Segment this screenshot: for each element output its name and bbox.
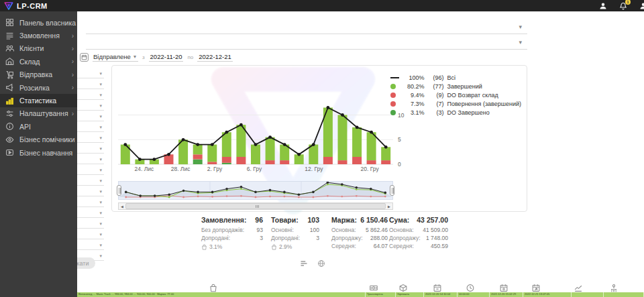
- table-row[interactable]: Велосипед … Mavic Track … 984.00, 984.00…: [77, 292, 644, 297]
- table-cell[interactable]: [572, 292, 604, 297]
- legend-percent: 7.3%: [402, 101, 427, 107]
- chevron-down-icon: ▾: [99, 168, 102, 173]
- globe-toggle-icon[interactable]: [317, 259, 325, 268]
- sidebar-item-helpers[interactable]: Бізнес помічники: [0, 133, 77, 146]
- stat-title: Замовлення:: [201, 216, 246, 224]
- sidebar-item-statistics[interactable]: Статистика: [0, 94, 77, 107]
- chevron-down-icon: ▾: [99, 135, 102, 141]
- filter-select-5[interactable]: ▾: [77, 113, 104, 121]
- sidebar-item-warehouse[interactable]: Склад›: [0, 55, 77, 68]
- sidebar-item-api[interactable]: API: [0, 120, 77, 133]
- money-icon[interactable]: [370, 284, 378, 292]
- table-cell[interactable]: Транспортна: [366, 292, 396, 297]
- table-cell[interactable]: Велосипед … Mavic Track … 984.00, 984.00…: [77, 292, 366, 297]
- calendar-icon[interactable]: [80, 53, 89, 62]
- stat-row-label: Середня:: [331, 243, 356, 251]
- navigator-right-handle[interactable]: [390, 185, 394, 196]
- calendar-check-icon[interactable]: [500, 284, 508, 292]
- status-chart[interactable]: [118, 68, 393, 170]
- filter-select-3[interactable]: ▾: [77, 91, 104, 100]
- filter-select-11[interactable]: ▾: [77, 177, 104, 186]
- legend-item[interactable]: 80.2%(77)Завершений: [390, 82, 521, 91]
- stat-row-label: Допродажу:: [331, 235, 363, 243]
- legend-label: Всі: [447, 74, 521, 81]
- table-cell[interactable]: [604, 292, 644, 297]
- sidebar-item-clients[interactable]: Клієнти›: [0, 42, 77, 55]
- table-cell[interactable]: 2022-12-21 13:07:05: [523, 292, 572, 297]
- topbar: LP-CRM 1: [0, 0, 644, 11]
- table-cell[interactable]: 2022-12-20 14:10:04: [424, 292, 458, 297]
- calendar-icon[interactable]: [433, 284, 442, 292]
- legend-item[interactable]: 3.1%(3)DO Завершено: [390, 108, 521, 117]
- settings-icon: [5, 109, 14, 118]
- package-icon[interactable]: [399, 284, 408, 292]
- chevron-down-icon: ▾: [99, 71, 102, 76]
- profile-icon[interactable]: [639, 2, 644, 10]
- chevron-right-icon: ›: [72, 58, 74, 65]
- training-icon: [5, 148, 14, 157]
- chart-rows-toggle-icon[interactable]: [300, 259, 308, 268]
- chart-navigator[interactable]: [118, 181, 393, 200]
- scroll-right-icon[interactable]: ▶: [386, 204, 392, 209]
- chevron-down-icon: ▾: [99, 146, 102, 152]
- notification-badge: 1: [625, 0, 631, 5]
- filter-select-9[interactable]: ▾: [77, 156, 104, 164]
- filter-select-8[interactable]: ▾: [77, 145, 104, 154]
- sidebar-item-shipping[interactable]: Відправка›: [0, 68, 77, 81]
- report-select-1[interactable]: ▾: [86, 21, 527, 34]
- filter-select-16[interactable]: ▾: [77, 231, 104, 239]
- scrollbar-thumb[interactable]: [125, 203, 386, 209]
- filter-select-12[interactable]: ▾: [77, 188, 104, 196]
- y-axis-tick: 0: [398, 161, 410, 168]
- legend-percent: 100%: [402, 74, 427, 81]
- filter-select-7[interactable]: ▾: [77, 134, 104, 143]
- sidebar: Панель власникаЗамовлення›Клієнти›Склад›…: [0, 11, 77, 297]
- stat-row-value: 41 509.00: [423, 227, 448, 235]
- upsell-percent: 3.1%: [209, 243, 222, 250]
- report-select-2[interactable]: ▾: [86, 36, 527, 50]
- user-icon[interactable]: [599, 2, 607, 10]
- chevron-down-icon: ▾: [99, 125, 102, 130]
- sidebar-item-orders[interactable]: Замовлення›: [0, 29, 77, 42]
- date-from-input[interactable]: 2022-11-20: [149, 53, 184, 62]
- clock-icon[interactable]: [466, 284, 475, 292]
- notifications-bell-icon[interactable]: 1: [619, 2, 627, 10]
- chevron-down-icon: ▾: [519, 39, 522, 46]
- logo[interactable]: LP-CRM: [0, 2, 48, 10]
- legend-item[interactable]: 9.4%(9)DO Возврат склад: [390, 91, 521, 99]
- stat-row-label: Без допродажів:: [201, 227, 244, 235]
- calendar-export-icon[interactable]: [532, 284, 541, 292]
- table-cell[interactable]: 00:00:00: [458, 292, 490, 297]
- legend-count: (7): [427, 101, 447, 107]
- chart-scrollbar[interactable]: ◀ ▶: [118, 202, 393, 210]
- sidebar-item-settings[interactable]: Налаштування›: [0, 107, 77, 120]
- navigator-left-handle[interactable]: [117, 185, 121, 196]
- scroll-left-icon[interactable]: ◀: [119, 204, 125, 209]
- date-to-input[interactable]: 2022-12-21: [197, 53, 233, 62]
- table-cell[interactable]: 2022-12-20 15:02:29: [490, 292, 523, 297]
- filter-select-17[interactable]: ▾: [77, 241, 104, 250]
- filter-select-4[interactable]: ▾: [77, 102, 104, 111]
- filter-select-2[interactable]: ▾: [77, 80, 104, 89]
- chevron-right-icon: ›: [72, 84, 74, 91]
- filter-select-15[interactable]: ▾: [77, 220, 104, 229]
- filter-select-6[interactable]: ▾: [77, 123, 104, 132]
- filter-select-14[interactable]: ▾: [77, 209, 104, 218]
- sidebar-item-dashboard[interactable]: Панель власника: [0, 16, 77, 29]
- chevron-right-icon: ›: [72, 32, 74, 40]
- filter-select-10[interactable]: ▾: [77, 166, 104, 175]
- filter-select-13[interactable]: ▾: [77, 198, 104, 207]
- date-type-dropdown[interactable]: Відправлене ▾: [93, 53, 138, 62]
- legend-item[interactable]: 7.3%(7)Повернення (завершений): [390, 99, 521, 108]
- sales-chart-icon[interactable]: [574, 284, 583, 292]
- legend-item[interactable]: 100%(96)Всі: [390, 73, 521, 82]
- stat-column-margin: Маржа:6 150.46Основна:5 862.46Допродажу:…: [331, 216, 388, 251]
- sidebar-item-training[interactable]: Бізнес навчання: [0, 146, 77, 159]
- mailing-icon: [5, 83, 14, 92]
- bag-icon[interactable]: [209, 284, 218, 292]
- filter-select-1[interactable]: ▾: [77, 70, 104, 78]
- helpers-icon: [5, 135, 14, 144]
- table-cell[interactable]: Укрпошта: [396, 292, 424, 297]
- sidebar-item-mailing[interactable]: Розсилка›: [0, 81, 77, 94]
- hierarchy-icon[interactable]: [610, 284, 619, 292]
